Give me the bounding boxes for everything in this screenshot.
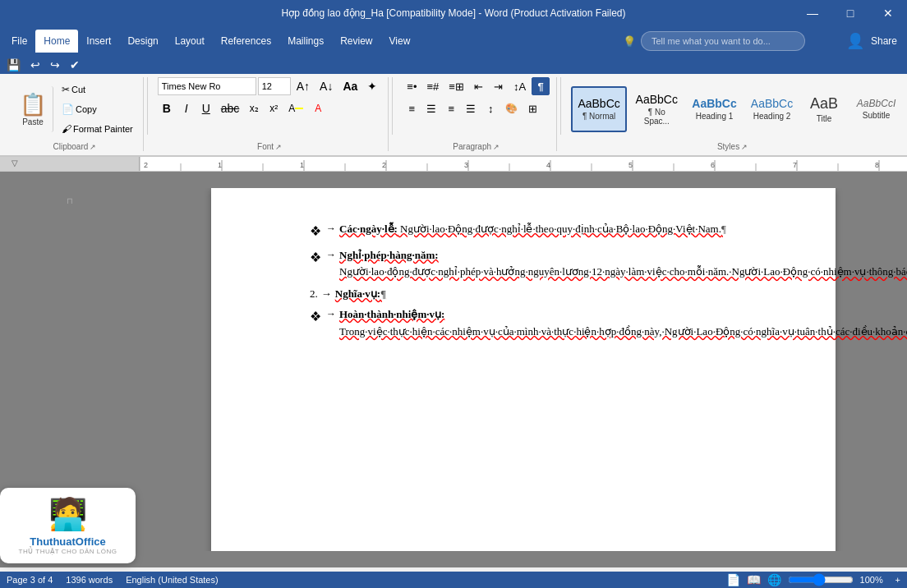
clipboard-expand-icon[interactable]: ↗	[90, 143, 96, 151]
ruler-svg: 2 1 1 2 3 4 5 6 7 8	[140, 157, 907, 172]
underline-button[interactable]: U	[197, 99, 215, 117]
word-count: 1396 words	[66, 575, 113, 585]
section-arrow: →	[321, 286, 332, 303]
section-heading-2: 2. → Nghĩa·vụ:¶	[310, 286, 786, 303]
zoom-slider[interactable]	[788, 576, 854, 584]
share-button[interactable]: Share	[871, 35, 897, 47]
styles-group: AaBbCc ¶ Normal AaBbCc ¶ No Spac... AaBb…	[564, 77, 900, 151]
menu-mailings[interactable]: Mailings	[279, 30, 332, 53]
align-right-button[interactable]: ≡	[442, 99, 460, 117]
style-h1-label: Heading 1	[696, 112, 734, 121]
italic-button[interactable]: I	[177, 99, 196, 117]
font-increase-button[interactable]: A↑	[292, 77, 314, 95]
menu-view[interactable]: View	[381, 30, 419, 53]
print-layout-icon[interactable]: 📄	[726, 573, 740, 586]
copy-button[interactable]: 📄 Copy	[58, 100, 136, 118]
decrease-indent-button[interactable]: ⇤	[470, 77, 488, 95]
minimize-button[interactable]: —	[794, 0, 831, 26]
document-page[interactable]: ❖ → Các·ngày·lễ: Người·lao·Động·được·ngh…	[211, 188, 836, 551]
menu-layout[interactable]: Layout	[167, 30, 213, 53]
style-normal[interactable]: AaBbCc ¶ Normal	[571, 86, 627, 132]
line-spacing-button[interactable]: ↕	[481, 99, 500, 117]
bold-button[interactable]: B	[158, 99, 176, 117]
bullet-list-button[interactable]: ≡•	[403, 77, 421, 95]
menu-references[interactable]: References	[213, 30, 279, 53]
multilevel-list-button[interactable]: ≡⊞	[444, 77, 468, 95]
style-heading2[interactable]: AaBbCc Heading 2	[744, 86, 800, 132]
menu-home[interactable]: Home	[35, 30, 78, 53]
bullet-diamond-1: ❖	[310, 221, 321, 242]
font-case-button[interactable]: Aa	[338, 77, 361, 95]
bullet-text-3: Hoàn·thành·nhiệm·vụ: Trong·việc·thực·hiệ…	[339, 306, 907, 341]
menu-review[interactable]: Review	[332, 30, 380, 53]
style-title[interactable]: AaB Title	[802, 86, 847, 132]
menu-insert[interactable]: Insert	[78, 30, 119, 53]
para-row-1: ≡• ≡# ≡⊞ ⇤ ⇥ ↕A ¶	[403, 77, 550, 95]
language: English (United States)	[126, 575, 219, 585]
read-mode-icon[interactable]: 📖	[747, 573, 761, 586]
ruler-indent-marker[interactable]: ▽	[12, 158, 18, 168]
strikethrough-button[interactable]: abc	[217, 99, 244, 117]
svg-text:8: 8	[875, 161, 879, 169]
menu-design[interactable]: Design	[119, 30, 166, 53]
subscript-button[interactable]: x₂	[245, 99, 263, 117]
save-button[interactable]: 💾	[3, 57, 24, 73]
paste-button[interactable]: 📋 Paste	[13, 86, 53, 132]
increase-indent-button[interactable]: ⇥	[490, 77, 508, 95]
clipboard-label: Clipboard ↗	[13, 140, 136, 151]
page-scroll-area[interactable]: ❖ → Các·ngày·lễ: Người·lao·Động·được·ngh…	[140, 188, 907, 551]
close-button[interactable]: ✕	[869, 0, 907, 26]
clear-format-button[interactable]: ✦	[363, 77, 381, 95]
ribbon: 📋 Paste ✂ Cut 📄 Copy 🖌 Format Painter	[0, 74, 907, 156]
bullet-arrow-3: →	[326, 306, 336, 341]
styles-expand-icon[interactable]: ↗	[741, 143, 748, 151]
bullet-bold-3: Hoàn·thành·nhiệm·vụ:	[339, 308, 444, 320]
numbered-list-button[interactable]: ≡#	[422, 77, 443, 95]
left-ruler-marker: ⊓	[67, 196, 73, 205]
style-subtitle-preview: AaBbCcI	[857, 98, 895, 109]
maximize-button[interactable]: □	[831, 0, 869, 26]
format-painter-button[interactable]: 🖌 Format Painter	[58, 120, 136, 138]
bullet-text-1: Các·ngày·lễ: Người·lao·Động·được·nghỉ·lễ…	[339, 221, 726, 242]
cut-button[interactable]: ✂ Cut	[58, 80, 136, 99]
svg-text:7: 7	[793, 161, 797, 169]
font-name-input[interactable]	[158, 77, 256, 95]
zoom-in-button[interactable]: +	[895, 575, 900, 585]
menu-file[interactable]: File	[3, 30, 35, 53]
justify-button[interactable]: ☰	[462, 99, 480, 117]
document-area[interactable]: ⊓ 🧑‍💻 ThuthuatOffice THỦ THUẬT CHO DÂN L…	[0, 172, 907, 567]
text-highlight-button[interactable]: A	[284, 99, 307, 117]
window-title: Hợp đồng lao động_Ha [Compatibility Mode…	[0, 7, 907, 19]
borders-button[interactable]: ⊞	[523, 99, 541, 117]
undo-button[interactable]: ↩	[27, 57, 44, 73]
sort-button[interactable]: ↕A	[509, 77, 530, 95]
bullet-bold-2: Nghỉ·phép·hàng·năm:	[339, 249, 439, 261]
ribbon-divider-2	[392, 77, 393, 135]
font-size-input[interactable]	[258, 77, 291, 95]
show-formatting-button[interactable]: ¶	[532, 77, 550, 95]
web-layout-icon[interactable]: 🌐	[767, 573, 781, 586]
style-heading1[interactable]: AaBbCc Heading 1	[687, 86, 743, 132]
shading-button[interactable]: 🎨	[501, 99, 522, 117]
cut-label: Cut	[71, 85, 85, 94]
quick-access-toolbar: 💾 ↩ ↪ ✔	[0, 56, 907, 74]
style-no-spacing[interactable]: AaBbCc ¶ No Spac...	[628, 86, 684, 132]
check-button[interactable]: ✔	[67, 57, 83, 73]
font-decrease-button[interactable]: A↓	[315, 77, 337, 95]
paragraph-content: ≡• ≡# ≡⊞ ⇤ ⇥ ↕A ¶ ≡ ☰ ≡ ☰ ↕ 🎨 ⊞	[403, 77, 550, 140]
logo-tagline: THỦ THUẬT CHO DÂN LÓNG	[19, 548, 117, 555]
align-left-button[interactable]: ≡	[403, 99, 421, 117]
bullet-text-2-inner: Nghỉ·phép·hàng·năm: Người·lao·động·được·…	[339, 249, 907, 278]
paragraph-expand-icon[interactable]: ↗	[493, 143, 500, 151]
redo-button[interactable]: ↪	[47, 57, 63, 73]
section-title-underline: Nghĩa·vụ:¶	[335, 287, 386, 300]
ribbon-divider-3	[560, 77, 561, 135]
style-subtitle[interactable]: AaBbCcI Subtitle	[849, 86, 905, 132]
font-expand-icon[interactable]: ↗	[275, 143, 282, 151]
align-center-button[interactable]: ☰	[422, 99, 440, 117]
font-color-button[interactable]: A	[309, 99, 327, 117]
superscript-button[interactable]: x²	[265, 99, 283, 117]
svg-text:3: 3	[464, 161, 468, 169]
tell-me-input[interactable]	[641, 31, 805, 51]
user-icon[interactable]: 👤	[846, 32, 864, 50]
